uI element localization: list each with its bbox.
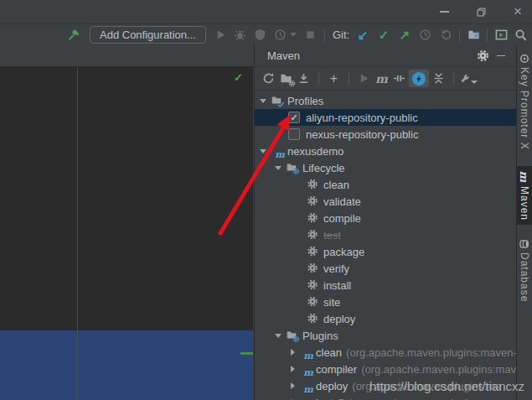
- goal-gear-icon: [307, 179, 319, 190]
- skip-tests-icon[interactable]: [390, 70, 408, 87]
- chevron-down-icon[interactable]: [275, 166, 281, 170]
- editor-pane: ✓: [0, 45, 253, 400]
- toggle-offline-mode-button[interactable]: [409, 70, 429, 87]
- goal-label: clean: [323, 179, 349, 191]
- maven-plugin-icon: m: [299, 380, 312, 392]
- tree-goal-clean[interactable]: clean: [255, 176, 518, 193]
- minimize-icon: [440, 11, 449, 13]
- chevron-down-icon[interactable]: [260, 99, 266, 103]
- tree-goal-validate[interactable]: validate: [255, 193, 518, 210]
- profile-checkbox-unchecked[interactable]: [288, 128, 300, 140]
- tree-node-profile-nexus[interactable]: nexus-repository-public: [255, 126, 518, 143]
- restore-icon: [476, 7, 487, 18]
- tab-maven[interactable]: m Maven: [517, 166, 532, 225]
- tree-goal-test[interactable]: test: [255, 226, 518, 243]
- debug-icon[interactable]: [233, 28, 248, 43]
- tree-node-label: nexusdemo: [287, 145, 343, 158]
- add-configuration-button[interactable]: Add Configuration...: [90, 26, 206, 44]
- goal-gear-icon: [307, 195, 319, 207]
- profile-checkbox-checked[interactable]: ✓: [288, 112, 300, 123]
- tree-plugin-deploy[interactable]: m deploy (org.apache.maven.plugins:ma: [255, 377, 518, 394]
- search-everywhere-icon[interactable]: [513, 28, 528, 43]
- run-icon[interactable]: [214, 28, 229, 43]
- tree-node-profile-aliyun[interactable]: ✓ aliyun-repository-public: [255, 109, 518, 126]
- tool-window-settings-gear-icon[interactable]: [474, 48, 492, 65]
- tree-goal-site[interactable]: site: [255, 294, 518, 310]
- coverage-icon[interactable]: [253, 28, 268, 43]
- database-icon: [519, 239, 529, 249]
- tree-plugin-compiler[interactable]: m compiler (org.apache.maven.plugins:mav: [255, 361, 518, 377]
- git-push-icon[interactable]: ↗: [396, 28, 413, 43]
- navigation-bar: [0, 45, 253, 67]
- tree-plugin-clean[interactable]: m clean (org.apache.maven.plugins:maven-: [255, 344, 518, 361]
- git-label: Git:: [333, 29, 349, 41]
- toolbar-separator: [453, 72, 454, 86]
- chevron-right-icon[interactable]: [291, 349, 295, 356]
- download-sources-icon[interactable]: [295, 70, 312, 87]
- profiler-icon[interactable]: [273, 28, 288, 43]
- tree-node-module[interactable]: m nexusdemo: [255, 143, 518, 159]
- right-tool-window-bar: Key Promoter X m Maven Database: [516, 45, 532, 400]
- tree-node-profiles[interactable]: Profiles: [255, 92, 518, 109]
- project-structure-icon[interactable]: [466, 28, 481, 43]
- goal-label: deploy: [323, 313, 355, 325]
- tab-label: Key Promoter X: [519, 67, 530, 150]
- chevron-right-icon[interactable]: [291, 382, 295, 389]
- tab-key-promoter-x[interactable]: Key Promoter X: [517, 49, 532, 154]
- tree-plugin-install[interactable]: m install (org.apache.maven.plugins:m: [255, 394, 518, 400]
- chevron-down-icon[interactable]: [260, 149, 266, 153]
- plugin-detail: (org.apache.maven.plugins:ma: [352, 380, 502, 392]
- tree-goal-install[interactable]: install: [255, 277, 518, 294]
- build-hammer-icon[interactable]: [66, 28, 81, 43]
- goal-label: verify: [323, 262, 349, 275]
- plugin-detail: (org.apache.maven.plugins:maven-: [346, 346, 517, 359]
- history-icon[interactable]: [417, 28, 432, 43]
- run-maven-build-icon[interactable]: [355, 70, 373, 87]
- maven-header: Maven: [255, 45, 518, 67]
- git-update-icon[interactable]: ↙: [354, 28, 371, 43]
- run-anything-icon[interactable]: [493, 28, 509, 43]
- lifecycle-folder-icon: [286, 162, 298, 174]
- maven-plugin-icon: m: [299, 346, 312, 358]
- tree-node-plugins[interactable]: Plugins: [255, 327, 518, 344]
- tree-node-lifecycle[interactable]: Lifecycle: [255, 159, 518, 176]
- editor-selection-block: [0, 330, 253, 400]
- execute-maven-goal-icon[interactable]: m: [373, 70, 390, 87]
- maven-module-icon: m: [271, 145, 283, 157]
- minimize-window-button[interactable]: [438, 6, 450, 18]
- goal-label-skipped: test: [323, 229, 341, 242]
- maven-title: Maven: [267, 49, 300, 62]
- tab-label: Database: [519, 252, 530, 302]
- goal-label: site: [323, 296, 340, 309]
- hide-tool-window-icon[interactable]: [492, 48, 509, 65]
- run-options-dropdown-icon[interactable]: [290, 33, 297, 37]
- add-maven-project-icon[interactable]: +: [325, 70, 343, 87]
- goal-gear-icon: [307, 212, 319, 224]
- tab-database[interactable]: Database: [517, 235, 532, 306]
- chevron-down-icon[interactable]: [275, 334, 281, 338]
- tree-goal-verify[interactable]: verify: [255, 260, 518, 277]
- generate-sources-folder-icon[interactable]: [277, 70, 295, 87]
- restore-window-button[interactable]: [475, 6, 487, 18]
- collapse-all-icon[interactable]: [430, 70, 447, 87]
- offline-bolt-icon: [415, 75, 423, 83]
- tree-goal-package[interactable]: package: [255, 243, 518, 260]
- title-bar: ×: [0, 0, 532, 24]
- maven-settings-wrench-icon[interactable]: [460, 70, 478, 87]
- close-window-button[interactable]: ×: [512, 6, 524, 18]
- plugin-name: install: [316, 397, 343, 400]
- rollback-icon[interactable]: [438, 28, 453, 43]
- goal-label: compile: [323, 212, 361, 225]
- chevron-right-icon[interactable]: [291, 366, 295, 372]
- plugins-folder-icon: [286, 330, 298, 341]
- goal-gear-icon: [307, 279, 319, 291]
- goal-gear-icon: [307, 246, 319, 257]
- tree-goal-compile[interactable]: compile: [255, 210, 518, 226]
- reimport-maven-icon[interactable]: [260, 70, 277, 87]
- toolbar-separator: [349, 72, 349, 86]
- pane-divider[interactable]: [77, 67, 78, 400]
- stop-icon[interactable]: [303, 28, 318, 43]
- tree-node-label: Profiles: [287, 95, 323, 107]
- tree-goal-deploy[interactable]: deploy: [255, 310, 518, 327]
- git-commit-icon[interactable]: ✓: [375, 28, 392, 43]
